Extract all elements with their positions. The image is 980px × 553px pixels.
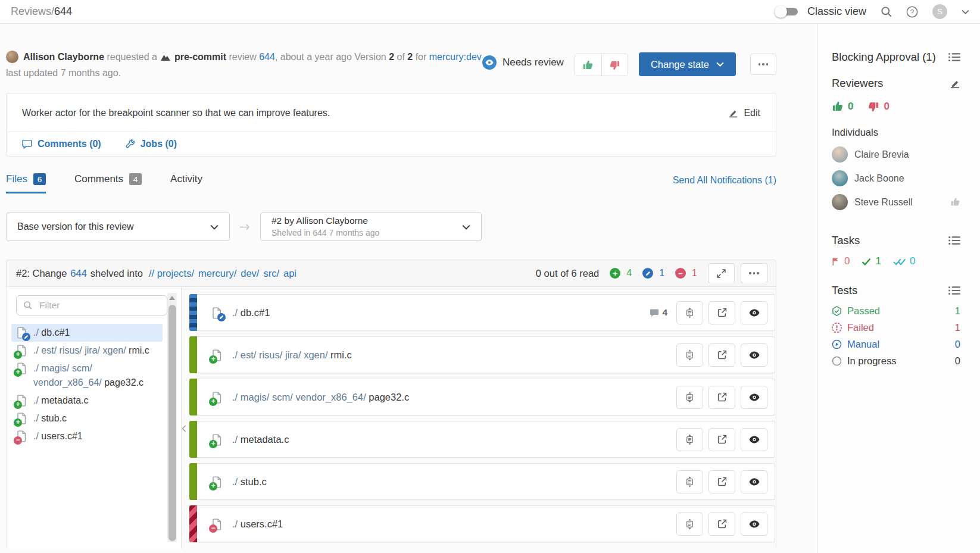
breadcrumb-section[interactable]: Reviews/ bbox=[11, 5, 54, 17]
test-status-icon bbox=[832, 356, 842, 366]
open-file-button[interactable] bbox=[709, 513, 735, 536]
comments-link[interactable]: Comments (0) bbox=[22, 139, 101, 149]
list-icon[interactable] bbox=[948, 52, 960, 62]
thumbs-down-icon bbox=[867, 101, 879, 113]
reviewer-name: Claire Brevia bbox=[854, 149, 909, 160]
diff-view-button[interactable] bbox=[676, 386, 703, 409]
svg-text:?: ? bbox=[910, 8, 915, 15]
diff-view-button[interactable] bbox=[676, 513, 703, 536]
mark-read-button[interactable] bbox=[741, 470, 767, 493]
test-status-row[interactable]: Manual 0 bbox=[832, 339, 960, 350]
review-id-link[interactable]: 644 bbox=[259, 52, 275, 62]
open-file-button[interactable] bbox=[709, 386, 735, 409]
list-icon[interactable] bbox=[948, 286, 960, 295]
change-state-label: Change state bbox=[651, 59, 709, 70]
user-avatar[interactable]: S bbox=[932, 4, 947, 19]
account-menu-chevron-icon[interactable] bbox=[962, 10, 969, 14]
toggle-knob bbox=[775, 5, 787, 18]
eye-icon bbox=[749, 436, 760, 443]
tree-file-item[interactable]: + ./ magis/ scm/ vendor_x86_64/ page32.c bbox=[11, 360, 163, 392]
tree-file-item[interactable]: + ./ metadata.c bbox=[11, 392, 163, 410]
change-type-badge: + bbox=[209, 355, 217, 364]
thumbs-down-button[interactable] bbox=[601, 54, 628, 76]
search-icon[interactable] bbox=[881, 6, 892, 17]
file-tree-panel: ./ db.c#1 + ./ est/ risus/ jira/ xgen/ r… bbox=[7, 287, 182, 548]
jobs-link[interactable]: Jobs (0) bbox=[125, 139, 177, 149]
scrollbar-thumb[interactable] bbox=[168, 305, 176, 541]
open-file-button[interactable] bbox=[709, 470, 735, 493]
reviewer-row[interactable]: Steve Russell bbox=[832, 194, 960, 210]
diff-view-button[interactable] bbox=[676, 428, 703, 451]
file-icon: + bbox=[211, 349, 223, 362]
tasks-title: Tasks bbox=[832, 234, 860, 247]
change-state-button[interactable]: Change state bbox=[639, 52, 736, 76]
change-type-badge: + bbox=[209, 440, 217, 448]
edit-reviewers-icon[interactable] bbox=[950, 79, 960, 89]
depot-path-breadcrumb[interactable]: // projects/mercury/dev/src/api bbox=[149, 268, 297, 279]
diff-view-button[interactable] bbox=[676, 301, 703, 324]
test-status-row[interactable]: In progress 0 bbox=[832, 355, 960, 367]
mark-read-button[interactable] bbox=[741, 386, 767, 409]
reviewer-row[interactable]: Jack Boone bbox=[832, 170, 960, 186]
tests-title: Tests bbox=[832, 284, 857, 297]
review-meta: Allison Clayborne requested a pre-commit… bbox=[6, 49, 482, 81]
tree-filter-input[interactable] bbox=[16, 295, 167, 315]
open-file-button[interactable] bbox=[709, 301, 735, 324]
file-card[interactable]: − ./ users.c#1 bbox=[197, 505, 775, 542]
tab-files[interactable]: Files6 bbox=[6, 173, 46, 193]
file-card[interactable]: + ./ est/ risus/ jira/ xgen/ rmi.c bbox=[197, 336, 775, 373]
panel-more-button[interactable] bbox=[741, 263, 767, 283]
review-more-button[interactable] bbox=[750, 54, 776, 75]
diff-view-button[interactable] bbox=[676, 470, 703, 493]
file-card[interactable]: + ./ stub.c bbox=[197, 463, 775, 500]
thumbs-up-button[interactable] bbox=[575, 54, 601, 76]
edit-description-link[interactable]: Edit bbox=[728, 108, 760, 118]
file-icon: + bbox=[16, 362, 27, 375]
tab-activity[interactable]: Activity bbox=[170, 173, 202, 193]
mark-read-button[interactable] bbox=[741, 301, 767, 324]
target-version-dropdown[interactable]: #2 by Allison Clayborne Shelved in 644 7… bbox=[260, 213, 482, 241]
mark-read-button[interactable] bbox=[741, 428, 767, 451]
tab-comments[interactable]: Comments4 bbox=[74, 173, 142, 193]
comments-count-badge: 4 bbox=[129, 173, 142, 185]
double-check-icon bbox=[893, 258, 906, 265]
change-id-link[interactable]: 644 bbox=[70, 268, 87, 279]
reviewer-row[interactable]: Claire Brevia bbox=[832, 146, 960, 163]
wrench-icon bbox=[125, 139, 135, 149]
list-icon[interactable] bbox=[948, 236, 960, 245]
file-icon bbox=[16, 326, 27, 339]
branch-link[interactable]: mercury:dev bbox=[429, 52, 482, 62]
blocking-approval-header: Blocking Approval (1) bbox=[832, 51, 960, 64]
tree-file-item[interactable]: − ./ users.c#1 bbox=[11, 427, 163, 445]
task-counts: 0 1 0 bbox=[832, 255, 960, 267]
file-path: ./ metadata.c bbox=[33, 393, 159, 408]
file-card[interactable]: + ./ metadata.c bbox=[197, 421, 775, 458]
tree-file-item[interactable]: + ./ est/ risus/ jira/ xgen/ rmi.c bbox=[11, 342, 163, 360]
file-card[interactable]: ./ db.c#1 4 bbox=[197, 294, 775, 331]
edits-count: 1 bbox=[659, 268, 664, 279]
open-file-button[interactable] bbox=[709, 428, 735, 451]
scroll-up-arrow-icon[interactable] bbox=[169, 296, 175, 300]
mark-read-button[interactable] bbox=[741, 343, 767, 367]
collapse-tree-handle[interactable] bbox=[182, 425, 186, 432]
tree-file-item[interactable]: ./ db.c#1 bbox=[11, 324, 163, 342]
vote-buttons bbox=[575, 54, 628, 76]
test-status-row[interactable]: Failed 1 bbox=[832, 322, 960, 333]
send-notifications-link[interactable]: Send All Notifications (1) bbox=[673, 173, 776, 186]
diff-view-button[interactable] bbox=[676, 343, 703, 367]
test-status-row[interactable]: Passed 1 bbox=[832, 305, 960, 317]
classic-view-label: Classic view bbox=[807, 5, 866, 18]
author-name[interactable]: Allison Clayborne bbox=[23, 52, 104, 62]
mark-read-button[interactable] bbox=[741, 513, 767, 536]
help-icon[interactable]: ? bbox=[906, 6, 918, 18]
open-file-button[interactable] bbox=[709, 343, 735, 367]
file-path: ./ db.c#1 bbox=[232, 307, 270, 318]
tree-file-item[interactable]: + ./ stub.c bbox=[11, 410, 163, 427]
base-version-dropdown[interactable]: Base version for this review bbox=[6, 213, 230, 241]
tree-scrollbar[interactable] bbox=[167, 293, 177, 542]
fullscreen-button[interactable] bbox=[708, 263, 735, 283]
description-card: Worker actor for the breakpoint scanner … bbox=[6, 93, 776, 157]
change-type-stripe bbox=[189, 505, 197, 542]
file-card[interactable]: + ./ magis/ scm/ vendor_x86_64/ page32.c bbox=[197, 379, 775, 415]
classic-view-toggle[interactable] bbox=[776, 8, 798, 15]
